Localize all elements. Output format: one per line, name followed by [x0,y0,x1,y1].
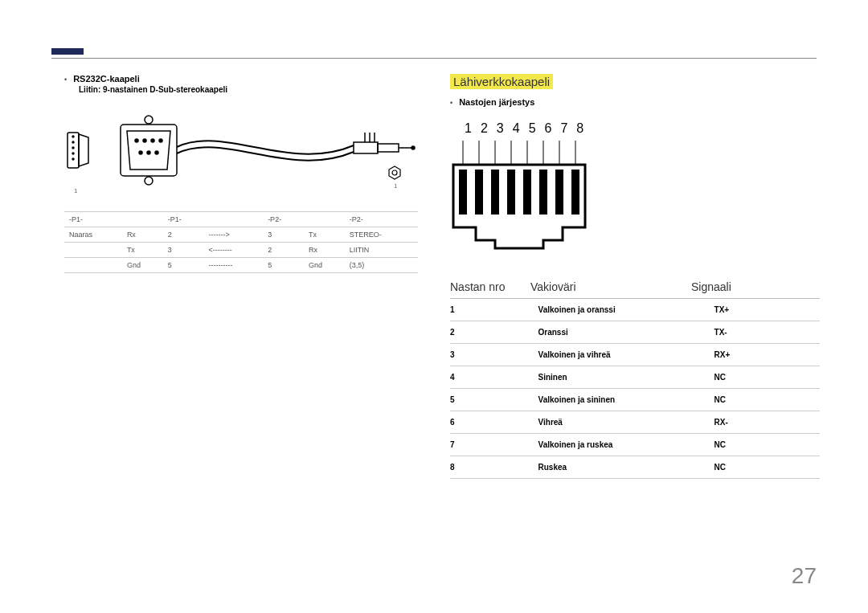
svg-rect-39 [555,170,563,215]
pin-num: 1 [465,121,472,136]
pin-num: 5 [529,121,536,136]
lan-row: 6VihreäRX- [450,411,820,434]
rs232-row: Tx 3 <-------- 2 Rx LIITIN [64,243,418,258]
pin-numbers: 1 2 3 4 5 6 7 8 [465,121,820,136]
diagram-label-1a: 1 [394,182,397,190]
svg-rect-16 [354,142,378,153]
lan-row: 3Valkoinen ja vihreäRX+ [450,344,820,366]
svg-rect-35 [491,170,499,215]
pin-num: 7 [560,121,567,136]
rs232-h1: -P1- [163,212,204,227]
rs232-diagram: 1 1 [64,108,418,205]
svg-rect-40 [571,170,579,215]
svg-rect-34 [475,170,483,215]
svg-rect-38 [539,170,547,215]
svg-point-24 [392,170,397,175]
lan-row: 4SininenNC [450,366,820,389]
pinorder-text: Nastojen järjestys [459,97,534,107]
rs232-title: RS232C-kaapeli [73,74,140,84]
lan-row: 2OranssiTX- [450,321,820,344]
svg-point-19 [411,146,415,149]
pin-num: 8 [576,121,583,136]
svg-point-1 [72,136,74,137]
lan-th-color: Vakioväri [530,280,691,293]
lan-row: 8RuskeaNC [450,456,820,479]
lan-row: 5Valkoinen ja sininenNC [450,389,820,411]
rj45-diagram [450,141,627,253]
lan-table-header: Nastan nro Vakioväri Signaali [450,280,820,299]
svg-point-5 [72,158,74,160]
rs232-header-row: -P1- -P1- -P2- -P2- [64,212,418,227]
svg-rect-33 [459,170,467,215]
rs232-subtitle: Liitin: 9-nastainen D-Sub-stereokaapeli [79,85,418,94]
pinorder-line: • Nastojen järjestys [450,97,820,107]
lan-th-signal: Signaali [691,280,788,293]
svg-point-2 [72,141,74,143]
lan-heading: Lähiverkkokaapeli [450,74,553,89]
svg-point-3 [72,147,74,149]
svg-rect-36 [507,170,515,215]
page-number: 27 [792,563,817,589]
bullet-icon: • [450,99,452,107]
svg-point-13 [139,151,142,154]
svg-marker-23 [389,166,400,179]
lan-row: 1Valkoinen ja oranssiTX+ [450,299,820,321]
rs232-h0: -P1- [64,212,122,227]
svg-point-15 [155,151,158,154]
svg-rect-37 [523,170,531,215]
pin-num: 2 [481,121,488,136]
header-divider [51,58,817,59]
svg-point-4 [72,153,74,154]
pin-num: 6 [545,121,552,136]
lan-th-pin: Nastan nro [450,280,530,293]
rs232-h4: -P2- [345,212,418,227]
svg-point-14 [147,151,150,154]
lan-row: 7Valkoinen ja ruskeaNC [450,434,820,456]
svg-point-7 [145,116,153,124]
svg-point-9 [135,139,138,142]
header-accent [51,48,84,55]
svg-point-11 [151,139,154,142]
svg-point-10 [143,139,146,142]
pin-num: 4 [513,121,520,136]
lan-table: 1Valkoinen ja oranssiTX+2OranssiTX-3Valk… [450,299,820,479]
bullet-icon: • [64,76,67,84]
left-column: • RS232C-kaapeli Liitin: 9-nastainen D-S… [64,74,418,273]
rs232-row: Gnd 5 ---------- 5 Gnd (3,5) [64,258,418,273]
svg-point-12 [159,139,162,142]
svg-rect-17 [378,144,399,152]
pin-num: 3 [497,121,504,136]
rs232-row: Naaras Rx 2 -------> 3 Tx STEREO- [64,227,418,243]
diagram-label-1b: 1 [74,187,77,194]
svg-point-8 [145,177,153,185]
right-column: Lähiverkkokaapeli • Nastojen järjestys 1… [450,74,820,479]
rs232-h3: -P2- [263,212,304,227]
rs232-table: -P1- -P1- -P2- -P2- Naaras Rx 2 ------->… [64,211,418,273]
rs232-title-line: • RS232C-kaapeli [64,74,418,84]
